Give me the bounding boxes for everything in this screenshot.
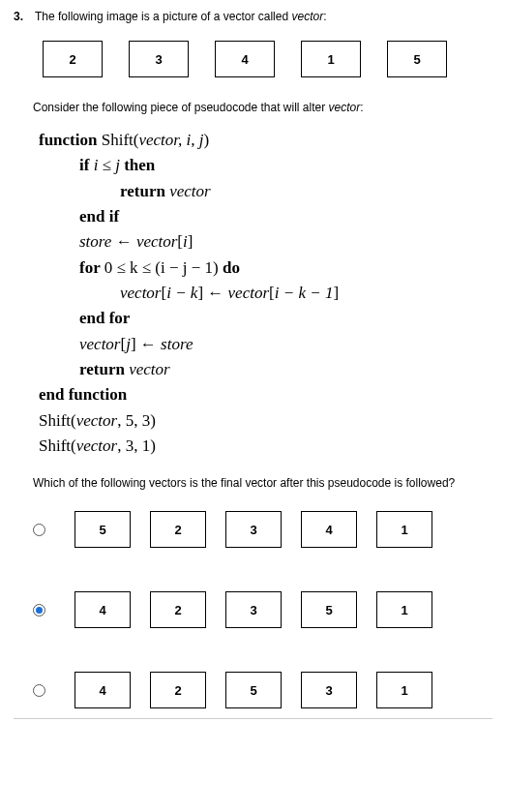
txt: , 3, 1) [117,436,156,455]
initial-vector: 2 3 4 1 5 [43,41,492,77]
option-b[interactable]: 4 2 3 5 1 [33,591,492,628]
txt: 0 ≤ k ≤ (i − j − 1) [104,258,219,277]
vector-cell: 2 [150,672,206,708]
kw-endif: end if [79,207,119,226]
intro-var: vector [291,10,323,23]
vector-cell: 2 [43,41,103,77]
vector-cell: 3 [225,591,282,628]
radio-a[interactable] [33,524,45,536]
var: vector [76,436,117,455]
option-c-vector: 4 2 5 3 1 [74,672,432,708]
txt: ] ← [131,335,161,353]
vector-cell: 2 [150,511,206,548]
txt: , 5, 3) [117,411,156,430]
radio-c[interactable] [33,684,45,697]
answer-prompt: Which of the following vectors is the fi… [33,476,492,490]
txt: ] [333,284,339,302]
consider-post: : [360,101,363,114]
vector-cell: 3 [129,41,189,77]
kw-for: for [79,258,104,277]
kw-do: do [219,258,240,277]
var: i − k − 1 [275,284,334,302]
option-a-vector: 5 2 3 4 1 [74,511,432,548]
txt: ) [204,131,210,149]
kw-endfor: end for [79,309,130,327]
question-intro: The following image is a picture of a ve… [35,10,327,23]
var: vector [228,284,269,302]
pseudocode-block: function Shift(vector, i, j) if i ≤ j th… [39,128,492,459]
question-number: 3. [14,10,27,23]
option-a[interactable]: 5 2 3 4 1 [33,511,492,548]
consider-pre: Consider the following piece of pseudoco… [33,101,329,114]
vector-cell: 5 [225,672,282,708]
kw-endfunction: end function [39,385,127,404]
var: vector [169,182,210,200]
var: store [161,335,193,353]
var: vector [79,335,120,353]
option-c[interactable]: 4 2 5 3 1 [33,672,492,708]
radio-b[interactable] [33,604,45,617]
vector-cell: 1 [301,41,361,77]
txt: Shift( [97,131,138,149]
vector-cell: 5 [301,591,357,628]
kw-return: return [120,182,169,200]
consider-text: Consider the following piece of pseudoco… [33,101,492,114]
vector-cell: 3 [301,672,357,708]
vector-cell: 4 [74,591,131,628]
var: vector [76,411,117,430]
vector-cell: 3 [225,511,282,548]
var: vector, i, j [138,131,203,149]
kw-if: if [79,156,94,174]
question-header: 3. The following image is a picture of a… [14,10,492,23]
var: vector [136,232,177,251]
var: i − k [166,284,197,302]
vector-cell: 5 [74,511,131,548]
intro-post: : [323,10,326,23]
var: vector [120,284,161,302]
var: i ≤ j [94,156,120,174]
vector-cell: 4 [301,511,357,548]
txt: ← [111,232,136,251]
bottom-divider [14,718,492,719]
vector-cell: 4 [74,672,131,708]
kw-return2: return [79,360,129,378]
kw-then: then [120,156,155,174]
intro-pre: The following image is a picture of a ve… [35,10,291,23]
consider-var: vector [329,101,361,114]
vector-cell: 1 [376,511,432,548]
txt: Shift( [39,411,76,430]
txt: Shift( [39,436,76,455]
var: vector [129,360,169,378]
txt: ] ← [197,284,227,302]
vector-cell: 2 [150,591,206,628]
vector-cell: 1 [376,672,432,708]
var: store [79,232,111,251]
vector-cell: 5 [387,41,447,77]
vector-cell: 4 [215,41,275,77]
txt: ] [188,232,193,251]
vector-cell: 1 [376,591,432,628]
option-b-vector: 4 2 3 5 1 [74,591,432,628]
kw-function: function [39,131,97,149]
